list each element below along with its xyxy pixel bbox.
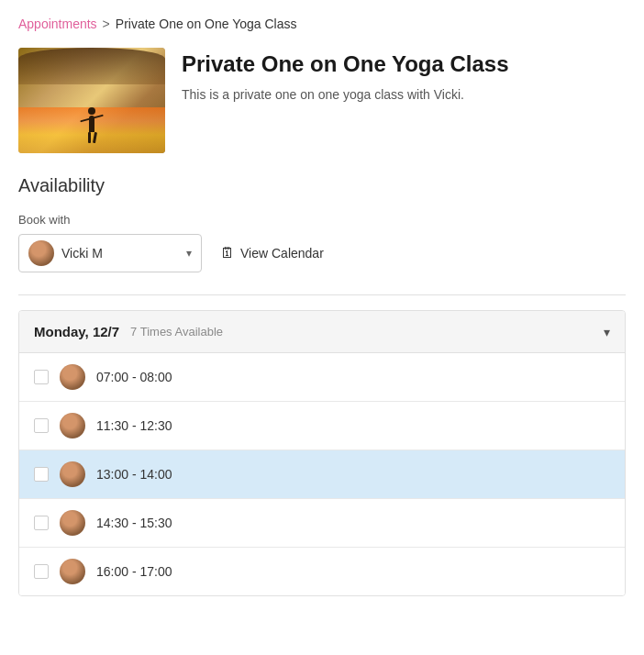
breadcrumb-current: Private One on One Yoga Class [116,17,297,31]
breadcrumb-appointments-link[interactable]: Appointments [18,17,97,31]
breadcrumb: Appointments > Private One on One Yoga C… [18,17,626,31]
time-slot-4[interactable]: 16:00 - 17:00 [19,548,625,595]
slot-avatar-1 [60,413,85,439]
day-header[interactable]: Monday, 12/7 7 Times Available ▾ [19,311,625,352]
provider-select[interactable]: Vicki M ▾ [18,234,202,272]
times-available-badge: 7 Times Available [130,325,223,339]
availability-title: Availability [18,175,626,196]
slot-avatar-3 [60,510,85,536]
time-slot-0[interactable]: 07:00 - 08:00 [19,353,625,402]
provider-name: Vicki M [61,246,179,261]
slot-time-3: 14:30 - 15:30 [96,516,172,530]
slot-checkbox-3[interactable] [34,516,49,530]
service-header: Private One on One Yoga Class This is a … [18,48,626,153]
book-with-row: Vicki M ▾ 🗓 View Calendar [18,234,626,272]
slot-time-4: 16:00 - 17:00 [96,564,172,579]
slot-time-1: 11:30 - 12:30 [96,418,172,433]
service-info: Private One on One Yoga Class This is a … [182,48,626,105]
slot-avatar-0 [60,364,85,390]
day-header-left: Monday, 12/7 7 Times Available [34,324,223,339]
day-label: Monday, 12/7 [34,324,119,339]
slot-checkbox-0[interactable] [34,370,49,384]
service-title: Private One on One Yoga Class [182,51,626,78]
breadcrumb-separator: > [103,17,110,31]
section-divider [18,294,626,295]
slot-avatar-4 [60,559,85,584]
day-accordion: Monday, 12/7 7 Times Available ▾ 07:00 -… [18,310,626,596]
page-container: Appointments > Private One on One Yoga C… [0,0,644,618]
time-slot-3[interactable]: 14:30 - 15:30 [19,499,625,548]
availability-section: Availability Book with Vicki M ▾ 🗓 View … [18,175,626,596]
slot-checkbox-2[interactable] [34,467,49,482]
slot-checkbox-4[interactable] [34,564,49,579]
time-slots-list: 07:00 - 08:00 11:30 - 12:30 13:00 - 14:0… [19,352,625,595]
slot-time-2: 13:00 - 14:00 [96,467,172,482]
slot-time-0: 07:00 - 08:00 [96,370,172,384]
view-calendar-button[interactable]: 🗓 View Calendar [220,245,324,261]
view-calendar-label: View Calendar [240,246,324,261]
provider-avatar [28,240,54,266]
select-dropdown-arrow-icon: ▾ [186,247,192,260]
chevron-down-icon: ▾ [604,325,610,339]
calendar-icon: 🗓 [220,245,235,261]
time-slot-2[interactable]: 13:00 - 14:00 [19,450,625,499]
slot-avatar-2 [60,461,85,487]
service-description: This is a private one on one yoga class … [182,85,626,105]
book-with-label: Book with [18,213,626,227]
slot-checkbox-1[interactable] [34,418,49,433]
service-image [18,48,165,153]
time-slot-1[interactable]: 11:30 - 12:30 [19,402,625,450]
